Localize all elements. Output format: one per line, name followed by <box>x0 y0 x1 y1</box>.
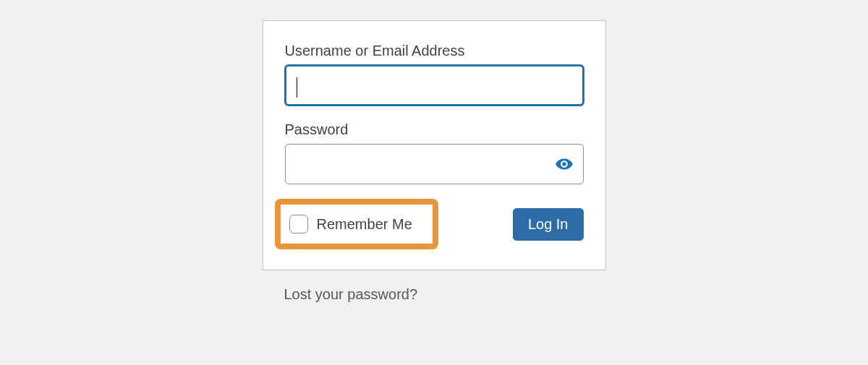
form-bottom-row: Remember Me Log In <box>285 199 584 249</box>
lost-password-link[interactable]: Lost your password? <box>284 286 418 302</box>
password-input-wrapper <box>285 144 584 184</box>
login-button[interactable]: Log In <box>513 208 584 241</box>
eye-icon[interactable] <box>553 153 575 175</box>
remember-me-checkbox[interactable] <box>289 215 308 233</box>
password-input[interactable] <box>285 144 584 184</box>
username-input[interactable] <box>285 65 584 106</box>
password-field-block: Password <box>285 121 584 184</box>
password-label: Password <box>285 121 584 138</box>
username-label: Username or Email Address <box>285 43 584 59</box>
remember-me-label[interactable]: Remember Me <box>317 216 412 233</box>
login-form: Username or Email Address Password Remem… <box>263 20 606 270</box>
username-field-block: Username or Email Address <box>285 43 584 106</box>
lost-password-row: Lost your password? <box>263 270 606 303</box>
text-caret <box>297 77 297 98</box>
remember-me-highlight: Remember Me <box>275 199 438 249</box>
